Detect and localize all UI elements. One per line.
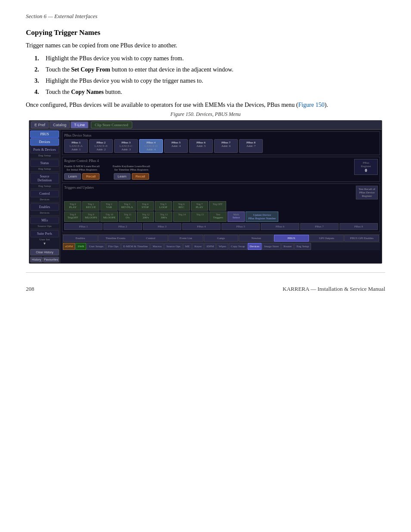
step-3: 3. Highlight the PBus device you wish to… — [34, 78, 385, 84]
tab-gangs[interactable]: Gangs — [204, 235, 239, 242]
pbus-sel-8[interactable]: PBus 8 — [339, 223, 378, 230]
emem-timeline-button[interactable]: E-MEM & Timeline — [121, 243, 150, 250]
manual-title: KARRERA — Installation & Service Manual — [283, 286, 385, 292]
pbus-sel-1[interactable]: PBus 1 — [64, 223, 103, 230]
trig-6[interactable]: Trig 6REC — [173, 201, 190, 211]
pbus-sel-4[interactable]: PBus 4 — [182, 223, 221, 230]
pbus2-addr: Addr: 2 — [92, 148, 110, 151]
source-ops-button[interactable]: Source Ops — [164, 243, 182, 250]
tab-gpi-outputs[interactable]: GPI Outputs — [309, 235, 344, 242]
keyframe-buttons: Learn Recall — [114, 173, 149, 180]
wipes-button[interactable]: Wipes — [216, 243, 228, 250]
eng-setup-button[interactable]: Eng Setup — [294, 243, 311, 250]
keyframe-learn-button[interactable]: Learn — [114, 173, 130, 180]
trig-1[interactable]: Trig 1RECUE — [82, 201, 100, 211]
pbus4-addr: Addr: 4 — [142, 148, 160, 151]
sidebar-item-ports[interactable]: Ports & Devices — [30, 146, 59, 153]
pbus-device-4[interactable]: PBus 4 LANCE-D Addr: 4 — [139, 139, 163, 153]
test-recall-button[interactable]: Test Recall ofPBas DeviceRegister — [356, 186, 378, 199]
user-setups-button[interactable]: User Setups — [87, 243, 106, 250]
pbus-sel-3[interactable]: PBus 3 — [143, 223, 181, 230]
edpm-button[interactable]: eDPM — [63, 243, 75, 250]
epref-button[interactable]: E Pref — [31, 121, 49, 128]
copy-swap-button[interactable]: Copy Swap — [229, 243, 247, 250]
trig-13[interactable]: Trig 13300's — [155, 212, 172, 222]
me-button[interactable]: ME — [183, 243, 192, 250]
tab-event-list[interactable]: Event List — [168, 235, 203, 242]
emem-learn-button[interactable]: Learn — [64, 173, 81, 180]
file-ops-button[interactable]: File Ops — [106, 243, 121, 250]
multi-select-button[interactable]: MultiSelect — [227, 212, 245, 222]
router-button[interactable]: Router — [281, 243, 294, 250]
sidebar-item-enables[interactable]: Enables — [30, 203, 59, 211]
tline-button[interactable]: T-Line — [71, 121, 88, 128]
figure-link[interactable]: Figure 150 — [298, 102, 324, 108]
trig-2[interactable]: Trig 2VAR — [100, 201, 118, 211]
trig-10[interactable]: Trig 10MLOOPE — [100, 212, 118, 222]
catalog-button[interactable]: Catalog — [50, 121, 70, 128]
step-2-text: Touch the Set Copy From button to enter … — [46, 66, 234, 73]
history-button[interactable]: History — [30, 257, 43, 262]
trig-5[interactable]: Trig 5LOOP — [155, 201, 172, 211]
pbus-device-7[interactable]: PBus 7 Addr: 6 — [214, 139, 238, 153]
trig-0[interactable]: Trig 0PLAY — [64, 201, 81, 211]
pbus-device-1[interactable]: PBus 1 LANCE-A Addr: 1 — [64, 139, 88, 153]
trig-15[interactable]: Trig 15 — [191, 212, 209, 222]
sidebar-item-mes[interactable]: MEs — [30, 217, 59, 224]
update-device-button[interactable]: Update DevicePBas Register Number — [246, 212, 278, 222]
trig-off[interactable]: Trig OFF — [209, 201, 226, 211]
pbus5-addr: Addr: 4 — [167, 144, 185, 148]
idpm-button[interactable]: iDPM — [204, 243, 216, 250]
pbus-sel-7[interactable]: PBus 7 — [300, 223, 339, 230]
macros-button[interactable]: Macros — [150, 243, 164, 250]
tab-pbus[interactable]: PBUS — [274, 235, 309, 242]
step-1-text: Highlight the PBus device you wish to co… — [46, 55, 184, 62]
test-triggers-button[interactable]: TestTriggers — [209, 212, 227, 222]
pbus-device-3[interactable]: PBus 3 LANCE-C Addr: 3 — [114, 139, 138, 153]
trig-14[interactable]: Trig 14 — [173, 212, 190, 222]
pbus-device-5[interactable]: PBus 5 Addr: 4 — [164, 139, 188, 153]
pbus-device-8[interactable]: PBus 8 Addr: 7 — [239, 139, 263, 153]
pbus-sel-5[interactable]: PBus 5 — [221, 223, 260, 230]
emem-recall-button[interactable]: Recall — [82, 173, 100, 180]
trig-4[interactable]: Trig 4STOP — [137, 201, 154, 211]
tab-control[interactable]: Control — [133, 235, 168, 242]
divider-3 — [30, 189, 59, 189]
emem-buttons: Learn Recall — [64, 173, 100, 180]
trig-9[interactable]: Trig 9MLOOPS — [82, 212, 100, 222]
page-footer: 208 KARRERA — Installation & Service Man… — [26, 286, 385, 292]
keyframe-col: Enable Keyframe Learn/Recallfor Timeline… — [112, 165, 150, 180]
pbus-sel-6[interactable]: PBus 6 — [261, 223, 299, 230]
pbus2-name: PBus 2 — [92, 141, 110, 144]
tab-enables[interactable]: Enables — [63, 235, 98, 242]
keyframe-recall-button[interactable]: Recall — [132, 173, 149, 180]
trig-3[interactable]: Trig 3REVPLA — [118, 201, 136, 211]
sidebar-item-sourcedef[interactable]: Source Definition — [30, 173, 59, 184]
page-number: 208 — [26, 286, 34, 292]
pbus-sel-2[interactable]: PBus 2 — [103, 223, 142, 230]
tab-newton[interactable]: Newton — [239, 235, 274, 242]
tab-timeline-events[interactable]: Timeline Events — [98, 235, 133, 242]
trig-7[interactable]: Trig 7PLAY — [191, 201, 208, 211]
sidebar-item-devices[interactable]: Devices — [30, 138, 59, 146]
favourites-button[interactable]: Favourites — [43, 257, 59, 262]
pbus-device-status-panel: PBus Device Status PBus 1 LANCE-A Addr: … — [62, 131, 380, 155]
bottom-tabs: Enables Timeline Events Control Event Li… — [62, 234, 380, 242]
devices-button[interactable]: Devices — [248, 243, 262, 250]
section-header: Section 6 — External Interfaces — [26, 13, 385, 20]
image-store-button[interactable]: Image Store — [262, 243, 281, 250]
trig-12[interactable]: Trig 12200's — [137, 212, 154, 222]
pbus-device-6[interactable]: PBus 6 Addr: 5 — [189, 139, 213, 153]
clear-history-button[interactable]: Clear History — [30, 249, 59, 255]
sidebar-sub-sourceops: Source Ops — [30, 224, 59, 228]
trig-11[interactable]: Trig 11O's — [119, 212, 136, 222]
trig-8[interactable]: Trig 8TrigOFF — [64, 212, 81, 222]
swr-button[interactable]: SWR — [75, 243, 86, 250]
sidebar-item-pbus[interactable]: PBUS — [30, 131, 59, 138]
sidebar-item-control[interactable]: Control — [30, 190, 59, 197]
pbus-device-2[interactable]: PBus 2 LANCE-B Addr: 2 — [89, 139, 113, 153]
sidebar-item-status[interactable]: Status — [30, 159, 59, 167]
keyer-button[interactable]: Keyer — [192, 243, 204, 250]
sidebar-item-suiteprefs[interactable]: Suite Prefs — [30, 230, 59, 237]
tab-pbus-gpi-enables[interactable]: PBUS GPI Enables — [344, 235, 379, 242]
